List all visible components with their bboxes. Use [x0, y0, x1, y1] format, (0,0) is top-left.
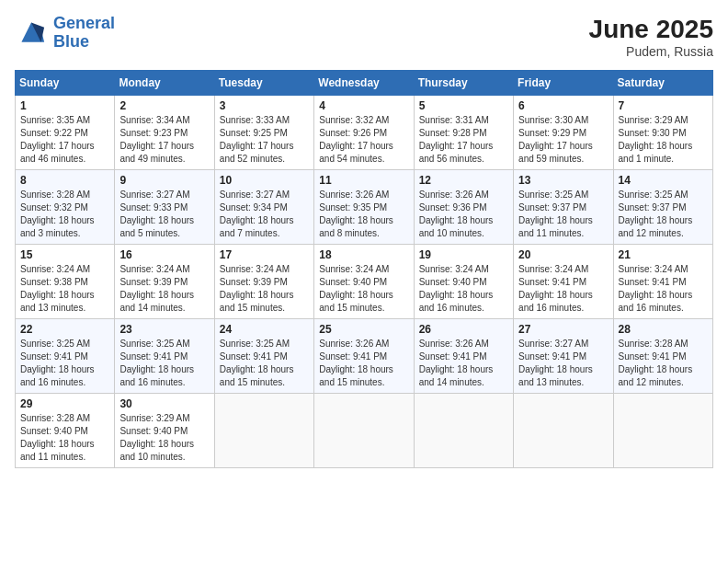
calendar-cell: 13 Sunrise: 3:25 AM Sunset: 9:37 PM Dayl… — [514, 170, 613, 245]
day-info: Sunrise: 3:26 AM Sunset: 9:41 PM Dayligh… — [319, 338, 408, 389]
day-info: Sunrise: 3:26 AM Sunset: 9:35 PM Dayligh… — [319, 189, 408, 240]
calendar-cell: 5 Sunrise: 3:31 AM Sunset: 9:28 PM Dayli… — [414, 96, 513, 170]
header-tuesday: Tuesday — [214, 71, 313, 96]
calendar-cell: 19 Sunrise: 3:24 AM Sunset: 9:40 PM Dayl… — [414, 245, 513, 319]
header-wednesday: Wednesday — [314, 71, 414, 96]
day-info: Sunrise: 3:27 AM Sunset: 9:33 PM Dayligh… — [119, 189, 209, 240]
calendar-cell: 11 Sunrise: 3:26 AM Sunset: 9:35 PM Dayl… — [314, 170, 414, 245]
day-number: 28 — [619, 323, 708, 336]
day-info: Sunrise: 3:32 AM Sunset: 9:26 PM Dayligh… — [319, 114, 408, 166]
calendar-cell: 15 Sunrise: 3:24 AM Sunset: 9:38 PM Dayl… — [16, 245, 115, 319]
day-number: 25 — [319, 323, 408, 336]
day-info: Sunrise: 3:29 AM Sunset: 9:30 PM Dayligh… — [619, 114, 708, 166]
day-info: Sunrise: 3:28 AM Sunset: 9:41 PM Dayligh… — [619, 338, 708, 389]
day-number: 26 — [419, 323, 508, 336]
calendar-cell: 12 Sunrise: 3:26 AM Sunset: 9:36 PM Dayl… — [414, 170, 513, 245]
header-sunday: Sunday — [16, 71, 115, 96]
calendar-cell: 30 Sunrise: 3:29 AM Sunset: 9:40 PM Dayl… — [115, 394, 214, 468]
day-info: Sunrise: 3:30 AM Sunset: 9:29 PM Dayligh… — [518, 114, 608, 166]
day-number: 11 — [319, 174, 408, 187]
page-header: General Blue June 2025 Pudem, Russia — [15, 15, 713, 59]
day-info: Sunrise: 3:34 AM Sunset: 9:23 PM Dayligh… — [119, 114, 209, 166]
day-number: 16 — [119, 248, 209, 261]
calendar-week-5: 29 Sunrise: 3:28 AM Sunset: 9:40 PM Dayl… — [16, 394, 713, 468]
logo-text: General Blue — [53, 15, 115, 52]
calendar-cell: 29 Sunrise: 3:28 AM Sunset: 9:40 PM Dayl… — [16, 394, 115, 468]
day-info: Sunrise: 3:31 AM Sunset: 9:28 PM Dayligh… — [419, 114, 508, 166]
calendar-cell: 21 Sunrise: 3:24 AM Sunset: 9:41 PM Dayl… — [613, 245, 712, 319]
day-info: Sunrise: 3:24 AM Sunset: 9:41 PM Dayligh… — [619, 263, 708, 315]
day-info: Sunrise: 3:26 AM Sunset: 9:41 PM Dayligh… — [419, 338, 508, 389]
calendar-header-row: SundayMondayTuesdayWednesdayThursdayFrid… — [16, 71, 713, 96]
calendar-cell: 6 Sunrise: 3:30 AM Sunset: 9:29 PM Dayli… — [514, 96, 613, 170]
calendar-cell: 2 Sunrise: 3:34 AM Sunset: 9:23 PM Dayli… — [115, 96, 214, 170]
day-number: 7 — [619, 99, 708, 112]
day-number: 19 — [419, 248, 508, 261]
calendar-cell: 20 Sunrise: 3:24 AM Sunset: 9:41 PM Dayl… — [514, 245, 613, 319]
day-number: 18 — [319, 248, 408, 261]
day-info: Sunrise: 3:27 AM Sunset: 9:41 PM Dayligh… — [518, 338, 608, 389]
calendar-cell: 9 Sunrise: 3:27 AM Sunset: 9:33 PM Dayli… — [115, 170, 214, 245]
calendar-cell: 18 Sunrise: 3:24 AM Sunset: 9:40 PM Dayl… — [314, 245, 414, 319]
day-number: 24 — [220, 323, 309, 336]
day-number: 10 — [220, 174, 309, 187]
day-number: 30 — [119, 397, 209, 410]
day-number: 9 — [119, 174, 209, 187]
day-number: 3 — [220, 99, 309, 112]
day-number: 4 — [319, 99, 408, 112]
day-number: 1 — [20, 99, 109, 112]
day-number: 21 — [619, 248, 708, 261]
calendar-cell: 27 Sunrise: 3:27 AM Sunset: 9:41 PM Dayl… — [514, 319, 613, 394]
day-info: Sunrise: 3:25 AM Sunset: 9:37 PM Dayligh… — [518, 189, 608, 240]
day-number: 23 — [119, 323, 209, 336]
calendar-week-3: 15 Sunrise: 3:24 AM Sunset: 9:38 PM Dayl… — [16, 245, 713, 319]
day-info: Sunrise: 3:24 AM Sunset: 9:38 PM Dayligh… — [20, 263, 109, 315]
calendar-cell — [214, 394, 313, 468]
calendar-cell: 23 Sunrise: 3:25 AM Sunset: 9:41 PM Dayl… — [115, 319, 214, 394]
calendar-cell: 7 Sunrise: 3:29 AM Sunset: 9:30 PM Dayli… — [613, 96, 712, 170]
calendar-cell: 22 Sunrise: 3:25 AM Sunset: 9:41 PM Dayl… — [16, 319, 115, 394]
day-info: Sunrise: 3:28 AM Sunset: 9:40 PM Dayligh… — [20, 412, 109, 464]
calendar-cell: 14 Sunrise: 3:25 AM Sunset: 9:37 PM Dayl… — [613, 170, 712, 245]
page-title: June 2025 — [589, 15, 713, 44]
day-info: Sunrise: 3:29 AM Sunset: 9:40 PM Dayligh… — [119, 412, 209, 464]
calendar-week-2: 8 Sunrise: 3:28 AM Sunset: 9:32 PM Dayli… — [16, 170, 713, 245]
calendar-cell: 4 Sunrise: 3:32 AM Sunset: 9:26 PM Dayli… — [314, 96, 414, 170]
page-subtitle: Pudem, Russia — [589, 44, 713, 59]
day-number: 17 — [220, 248, 309, 261]
day-number: 29 — [20, 397, 109, 410]
day-info: Sunrise: 3:24 AM Sunset: 9:39 PM Dayligh… — [119, 263, 209, 315]
day-info: Sunrise: 3:25 AM Sunset: 9:41 PM Dayligh… — [119, 338, 209, 389]
calendar-cell: 3 Sunrise: 3:33 AM Sunset: 9:25 PM Dayli… — [214, 96, 313, 170]
day-info: Sunrise: 3:27 AM Sunset: 9:34 PM Dayligh… — [220, 189, 309, 240]
calendar-cell: 10 Sunrise: 3:27 AM Sunset: 9:34 PM Dayl… — [214, 170, 313, 245]
logo-icon — [15, 19, 48, 47]
calendar-cell: 25 Sunrise: 3:26 AM Sunset: 9:41 PM Dayl… — [314, 319, 414, 394]
calendar-week-1: 1 Sunrise: 3:35 AM Sunset: 9:22 PM Dayli… — [16, 96, 713, 170]
day-info: Sunrise: 3:26 AM Sunset: 9:36 PM Dayligh… — [419, 189, 508, 240]
day-info: Sunrise: 3:28 AM Sunset: 9:32 PM Dayligh… — [20, 189, 109, 240]
header-thursday: Thursday — [414, 71, 513, 96]
calendar-cell: 26 Sunrise: 3:26 AM Sunset: 9:41 PM Dayl… — [414, 319, 513, 394]
header-saturday: Saturday — [613, 71, 712, 96]
day-info: Sunrise: 3:24 AM Sunset: 9:40 PM Dayligh… — [419, 263, 508, 315]
day-info: Sunrise: 3:33 AM Sunset: 9:25 PM Dayligh… — [220, 114, 309, 166]
calendar-cell: 1 Sunrise: 3:35 AM Sunset: 9:22 PM Dayli… — [16, 96, 115, 170]
day-number: 5 — [419, 99, 508, 112]
day-number: 14 — [619, 174, 708, 187]
calendar-table: SundayMondayTuesdayWednesdayThursdayFrid… — [15, 70, 713, 468]
calendar-cell — [514, 394, 613, 468]
calendar-cell: 28 Sunrise: 3:28 AM Sunset: 9:41 PM Dayl… — [613, 319, 712, 394]
day-number: 2 — [119, 99, 209, 112]
day-info: Sunrise: 3:24 AM Sunset: 9:40 PM Dayligh… — [319, 263, 408, 315]
day-number: 22 — [20, 323, 109, 336]
header-monday: Monday — [115, 71, 214, 96]
day-number: 12 — [419, 174, 508, 187]
day-number: 20 — [518, 248, 608, 261]
day-info: Sunrise: 3:25 AM Sunset: 9:37 PM Dayligh… — [619, 189, 708, 240]
calendar-cell — [613, 394, 712, 468]
day-info: Sunrise: 3:35 AM Sunset: 9:22 PM Dayligh… — [20, 114, 109, 166]
day-number: 8 — [20, 174, 109, 187]
day-info: Sunrise: 3:25 AM Sunset: 9:41 PM Dayligh… — [220, 338, 309, 389]
day-number: 15 — [20, 248, 109, 261]
